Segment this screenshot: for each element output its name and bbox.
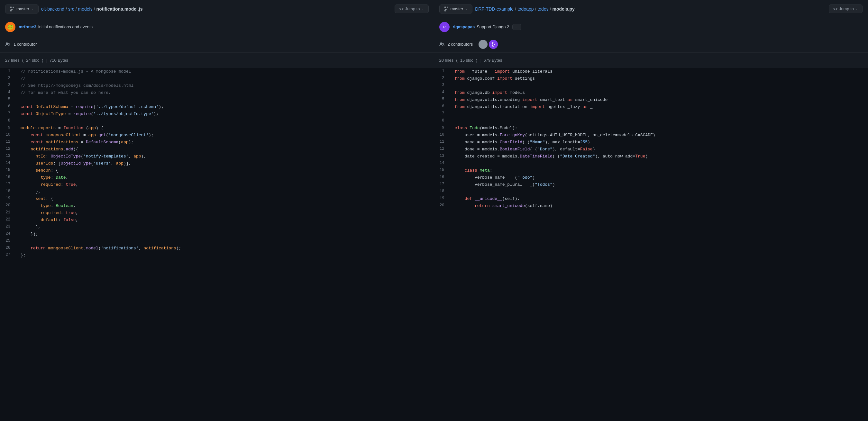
right-sloc: 15 sloc (460, 58, 473, 63)
right-author-avatar: R (439, 22, 450, 32)
table-row: 7 (434, 110, 868, 118)
left-divider: | (46, 58, 47, 63)
line-code: ntId: ObjectIdType('notify-templates', a… (16, 153, 434, 160)
right-breadcrumb-link-2[interactable]: todoapp (518, 6, 534, 11)
line-code: }); (16, 231, 434, 238)
right-breadcrumb-link-3[interactable]: todos (537, 6, 548, 11)
table-row: 2// (0, 75, 434, 82)
table-row: 4from django.db import models (434, 89, 868, 96)
left-file-stats: 27 lines (24 sloc) | 710 Bytes (5, 58, 68, 63)
line-code: def __unicode__(self): (450, 195, 868, 202)
table-row: 9class Todo(models.Model): (434, 125, 868, 132)
line-num: 7 (0, 110, 16, 118)
right-divider: | (480, 58, 481, 63)
table-row: 16 type: Date, (0, 174, 434, 181)
right-panel: master DRF-TDD-example / todoapp / todos… (434, 0, 868, 421)
table-row: 13 ntId: ObjectIdType('notify-templates'… (0, 153, 434, 160)
right-separator-2: / (535, 6, 536, 11)
right-file-stats: 20 lines (15 sloc) | 679 Bytes (439, 58, 502, 63)
line-code: sendOn: { (16, 167, 434, 174)
table-row: 11 name = models.CharField(_("Name"), ma… (434, 139, 868, 146)
line-num: 4 (0, 89, 16, 96)
avatar-icon: R (441, 24, 448, 30)
left-breadcrumb: olt-backend / src / models / notificatio… (41, 6, 143, 11)
table-row: 15 sendOn: { (0, 167, 434, 174)
table-row: 18 }, (0, 188, 434, 195)
left-lines: 27 lines (5, 58, 20, 63)
right-commit-bar: R rigaspapas Support Django 2 ... (434, 18, 868, 36)
table-row: 17 required: true, (0, 181, 434, 188)
left-code-area: 1// notifications-model.js - A mongoose … (0, 68, 434, 421)
line-code: class Meta: (450, 167, 868, 174)
line-code: user = models.ForeignKey(settings.AUTH_U… (450, 132, 868, 139)
right-commit-message: Support Django 2 (476, 25, 509, 29)
right-breadcrumb-link-1[interactable]: DRF-TDD-example (475, 6, 514, 11)
breadcrumb-link-3[interactable]: models (78, 6, 93, 11)
left-sloc-paren: ( (22, 58, 24, 63)
left-jumpto-button[interactable]: <> Jump to (395, 4, 428, 13)
left-branch-button[interactable]: master (5, 4, 39, 13)
table-row: 1from __future__ import unicode_literals (434, 68, 868, 75)
line-code: // (16, 75, 434, 82)
right-branch-button[interactable]: master (439, 4, 473, 13)
left-author-avatar: 🐸 (5, 22, 16, 32)
line-code: return mongooseClient.model('notificatio… (16, 245, 434, 252)
line-num: 8 (434, 118, 450, 125)
line-num: 9 (0, 125, 16, 132)
right-commit-author[interactable]: rigaspapas (453, 25, 475, 29)
line-code: done = models.BooleanField(_("Done"), de… (450, 146, 868, 153)
breadcrumb-link-1[interactable]: olt-backend (41, 6, 64, 11)
table-row: 8 (0, 118, 434, 125)
left-file-info-bar: 27 lines (24 sloc) | 710 Bytes (0, 53, 434, 68)
line-code: // See http://mongoosejs.com/docs/models… (16, 82, 434, 89)
line-num: 8 (0, 118, 16, 125)
line-code (450, 118, 868, 125)
line-code: from __future__ import unicode_literals (450, 68, 868, 75)
right-contributors-avatars: {} (478, 40, 498, 49)
line-code: const mongooseClient = app.get('mongoose… (16, 132, 434, 139)
line-code (16, 118, 434, 125)
table-row: 20 type: Boolean, (0, 202, 434, 209)
line-code: type: Date, (16, 174, 434, 181)
line-num: 15 (434, 167, 450, 174)
line-code: verbose_name = _("Todo") (450, 174, 868, 181)
line-code (450, 160, 868, 167)
table-row: 14 userIds: [ObjectIdType('users', app)]… (0, 160, 434, 167)
breadcrumb-filename: notifications.model.js (96, 6, 143, 11)
line-num: 10 (434, 132, 450, 139)
chevron-down-icon-2 (421, 7, 425, 10)
line-num: 23 (0, 224, 16, 231)
line-code: userIds: [ObjectIdType('users', app)], (16, 160, 434, 167)
right-contributors-bar: 2 contributors {} (434, 36, 868, 53)
right-jumpto-button[interactable]: <> Jump to (829, 4, 863, 13)
line-code: from django.utils.translation import uge… (450, 103, 868, 110)
line-num: 18 (0, 188, 16, 195)
breadcrumb-link-2[interactable]: src (68, 6, 74, 11)
line-code: return smart_unicode(self.name) (450, 202, 868, 209)
right-jumpto-label: <> Jump to (833, 6, 854, 11)
right-commit-info: rigaspapas Support Django 2 ... (453, 24, 522, 30)
chevron-down-icon-right (465, 7, 468, 10)
line-num: 22 (0, 217, 16, 224)
branch-icon (9, 6, 14, 11)
table-row: 12 done = models.BooleanField(_("Done"),… (434, 146, 868, 153)
table-row: 5 (0, 96, 434, 103)
line-num: 2 (434, 75, 450, 82)
line-code: type: Boolean, (16, 202, 434, 209)
right-avatar-2: {} (489, 40, 498, 49)
line-num: 11 (0, 139, 16, 146)
right-dots-button[interactable]: ... (512, 24, 521, 30)
line-num: 10 (0, 132, 16, 139)
line-code (16, 238, 434, 245)
left-commit-author[interactable]: mrfrase3 (19, 25, 36, 29)
table-row: 20 return smart_unicode(self.name) (434, 202, 868, 209)
right-breadcrumb-filename: models.py (553, 6, 575, 11)
table-row: 18 (434, 188, 868, 195)
left-commit-bar: 🐸 mrfrase3 initial notifications and eve… (0, 18, 434, 36)
line-num: 21 (0, 209, 16, 217)
line-num: 11 (434, 139, 450, 146)
table-row: 25 (0, 238, 434, 245)
line-num: 12 (434, 146, 450, 153)
line-num: 25 (0, 238, 16, 245)
right-code-area: 1from __future__ import unicode_literals… (434, 68, 868, 421)
